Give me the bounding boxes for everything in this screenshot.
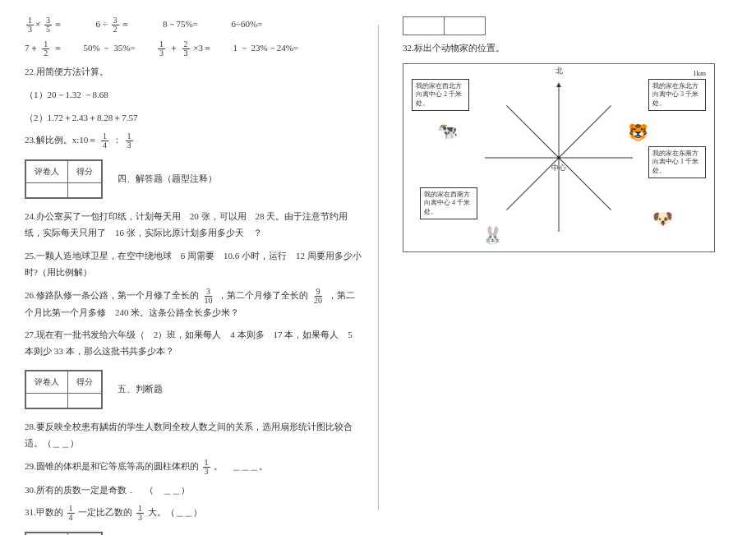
q31-part1: 31.甲数的	[25, 507, 63, 517]
scale-label: 1km	[693, 69, 706, 77]
q24: 24.办公室买了一包打印纸，计划每天用 20 张，可以用 28 天。由于注意节约…	[25, 209, 362, 242]
q31-part2: 一定比乙数的	[78, 507, 132, 517]
fraction: 1 4	[101, 132, 108, 150]
section-4-title: 四、解答题（题型注释）	[118, 171, 217, 187]
denominator: 3	[203, 468, 210, 476]
q29-part2: 。 ＿＿＿。	[214, 461, 268, 471]
q27: 27.现在有一批书发给六年级（ 2）班，如果每人 4 本则多 17 本，如果每人…	[25, 327, 362, 360]
denominator: 3	[158, 49, 165, 58]
section-6-header: 评卷人 得分 六、作图题	[25, 528, 362, 535]
animal-sw-icon: 🐰	[482, 224, 503, 246]
denominator: 4	[67, 514, 75, 522]
fraction: 2 3	[182, 40, 190, 58]
q22-title: 22.用简便方法计算。	[25, 64, 362, 81]
compass-rose: 中心 ▲	[477, 76, 641, 240]
arrow-north-icon: ▲	[555, 80, 563, 89]
center-label: 中心	[551, 163, 566, 173]
expr-text: 50% － 35%=	[84, 43, 136, 53]
q23: 23.解比例。x:10＝ 1 4 ： 1 3	[25, 132, 362, 150]
blank-table	[403, 16, 486, 35]
denominator: 10	[203, 297, 214, 305]
score-col1: 评卷人	[26, 371, 68, 393]
q22-sub1: （1）20－1.32 －8.68	[25, 87, 362, 104]
q25: 25.一颗人造地球卫星，在空中绕地球 6 周需要 10.6 小时，运行 12 周…	[25, 248, 362, 281]
speech-sw: 我的家在西南方向离中心 4 千米处。	[420, 187, 477, 219]
colon: ：	[113, 135, 122, 145]
q23-prefix: 23.解比例。x:10＝	[25, 135, 97, 145]
q32: 32.标出个动物家的位置。	[403, 40, 740, 57]
denominator: 5	[44, 25, 52, 34]
expr-line-1: 1 3 × 3 5 ＝ 6 ÷ 3 2 ＝ 8－75%= 6÷60%=	[25, 16, 362, 34]
score-table: 评卷人 得分	[25, 532, 103, 535]
q26: 26.修路队修一条公路，第一个月修了全长的 3 10 ，第二个月修了全长的 9 …	[25, 288, 362, 321]
expr-line-2: 7＋ 1 2 ＝ 50% － 35%= 1 3 ＋ 2 3 ×3＝ 1 － 23…	[25, 40, 362, 58]
section-5-header: 评卷人 得分 五、判断题	[25, 367, 362, 413]
expr-text: ＋	[169, 43, 178, 53]
q31-part3: 大。（＿＿）	[148, 507, 202, 517]
speech-se: 我的家在东南方向离中心 1 千米处。	[648, 146, 706, 178]
denominator: 3	[126, 141, 133, 150]
numerator: 1	[203, 459, 210, 468]
animal-se-icon: 🐶	[652, 208, 673, 229]
denominator: 2	[42, 49, 49, 58]
score-table: 评卷人 得分	[25, 159, 103, 199]
expr-text: ＝	[53, 43, 62, 53]
q28: 28.要反映全校患有龋齿的学生人数同全校人数之间的关系，选用扇形统计图比较合适。…	[25, 419, 362, 452]
expr-text: 6÷60%=	[231, 19, 262, 29]
fraction: 1 2	[42, 40, 49, 58]
section-4-header: 评卷人 得分 四、解答题（题型注释）	[25, 156, 362, 202]
compass-diagram: 北 1km 中心 ▲ 我的家在西北方向离中心 2 千米处。 🐄 我的家在东北方向…	[403, 63, 715, 252]
section-5-title: 五、判断题	[118, 381, 163, 398]
denominator: 3	[136, 514, 144, 522]
denominator: 3	[182, 49, 190, 58]
fraction: 1 4	[67, 505, 75, 522]
fraction: 9 20	[312, 288, 324, 305]
center-point	[557, 156, 560, 159]
fraction: 1 3	[203, 459, 210, 476]
score-col1: 评卷人	[26, 161, 68, 183]
q29-part1: 29.圆锥的体积是和它等底等高的圆柱体积的	[25, 461, 199, 471]
fraction: 1 3	[136, 505, 144, 522]
animal-nw-icon: 🐄	[436, 120, 458, 141]
denominator: 2	[112, 25, 119, 34]
expr-text: 6 ÷	[95, 19, 107, 29]
q30: 30.所有的质数一定是奇数． （ ＿＿）	[25, 482, 362, 499]
speech-ne: 我的家在东北方向离中心 3 千米处。	[648, 79, 706, 111]
right-column: 32.标出个动物家的位置。 北 1km 中心 ▲ 我的家在西北方向离中心 2 千…	[378, 0, 756, 535]
animal-ne-icon: 🐯	[627, 122, 648, 143]
q26-part1: 26.修路队修一条公路，第一个月修了全长的	[25, 290, 199, 300]
denominator: 4	[101, 141, 108, 150]
q22-sub2: （2）1.72＋2.43＋8.28＋7.57	[25, 110, 362, 127]
left-column: 1 3 × 3 5 ＝ 6 ÷ 3 2 ＝ 8－75%= 6÷60%= 7＋ 1…	[0, 0, 378, 535]
expr-text: 8－75%=	[163, 19, 198, 29]
numerator: 9	[315, 288, 322, 297]
expr-text: ×3＝	[193, 43, 212, 53]
score-col2: 得分	[68, 161, 102, 183]
denominator: 3	[26, 25, 34, 34]
numerator: 3	[205, 288, 212, 297]
speech-nw: 我的家在西北方向离中心 2 千米处。	[412, 79, 469, 111]
fraction: 1 3	[26, 16, 34, 34]
fraction: 3 2	[112, 16, 119, 34]
fraction: 3 5	[44, 16, 52, 34]
q26-part2: ，第二个月修了全长的	[218, 290, 308, 300]
fraction: 1 3	[126, 132, 133, 150]
q31: 31.甲数的 1 4 一定比乙数的 1 3 大。（＿＿）	[25, 505, 362, 522]
fraction: 3 10	[203, 288, 214, 305]
q29: 29.圆锥的体积是和它等底等高的圆柱体积的 1 3 。 ＿＿＿。	[25, 459, 362, 476]
score-col2: 得分	[68, 371, 102, 393]
fraction: 1 3	[158, 40, 165, 58]
denominator: 20	[312, 297, 324, 305]
expr-text: 7＋	[25, 43, 39, 53]
score-table: 评卷人 得分	[25, 370, 103, 409]
expr-text: 1 － 23%－24%=	[233, 43, 299, 53]
